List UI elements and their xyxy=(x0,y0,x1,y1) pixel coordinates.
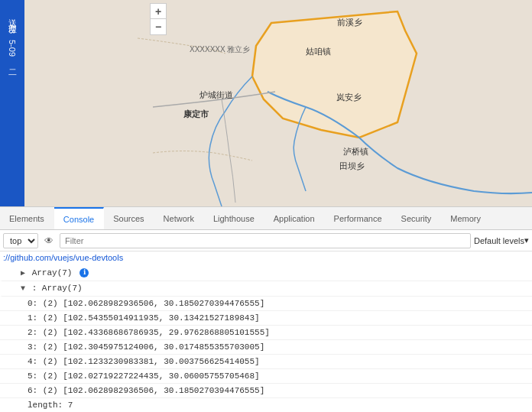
context-selector[interactable]: top xyxy=(3,233,38,248)
vue-devtools-link[interactable]: ://github.com/vuejs/vue-devtools xyxy=(0,251,532,264)
console-line: 2: (2) [102.43368686786935, 29.976286880… xyxy=(0,326,532,340)
expand-arrow-icon: ▼ xyxy=(21,283,25,295)
map-label-lucheng: 炉城街道 xyxy=(200,89,233,101)
console-text: Array(7) xyxy=(32,268,73,277)
tab-console[interactable]: Console xyxy=(54,207,104,230)
tab-bar: Elements Console Sources Network Lightho… xyxy=(0,207,532,230)
console-text: 0: (2) [102.0628982936506, 30.1850270394… xyxy=(28,299,264,308)
console-text: length: 7 xyxy=(28,401,73,410)
map-label-guzan: 姑咱镇 xyxy=(306,46,331,57)
zoom-in-button[interactable]: + xyxy=(151,4,166,19)
svg-marker-0 xyxy=(252,11,417,138)
map-container: 送 理 48 5-09 二 + − 前溪乡 姑咱镇 XXXXXXX 雅立乡 炉城… xyxy=(0,0,532,206)
console-text: 4: (2) [102.1233230983381, 30.0037566254… xyxy=(28,357,260,366)
sidebar-label-3: 48 xyxy=(8,24,17,34)
zoom-controls: + − xyxy=(150,3,167,35)
console-line: 6: (2) [102.0628982936506, 30.1850270394… xyxy=(0,384,532,398)
console-text: 3: (2) [102.3045975124006, 30.0174855355… xyxy=(28,342,264,352)
console-text: 1: (2) [102.54355014911935, 30.134215271… xyxy=(28,313,260,323)
tab-network[interactable]: Network xyxy=(154,207,204,229)
tab-memory[interactable]: Memory xyxy=(441,207,491,229)
console-text: 5: (2) [102.02719227224435, 30.060057557… xyxy=(28,371,260,381)
map-label-kangding: 康定市 xyxy=(183,109,209,120)
console-text: 2: (2) [102.43368686786935, 29.976286880… xyxy=(28,328,270,337)
console-text: 6: (2) [102.0628982936506, 30.1850270394… xyxy=(28,386,264,395)
dropdown-arrow-icon: ▾ xyxy=(524,235,529,245)
zoom-out-button[interactable]: − xyxy=(151,19,166,34)
eye-icon: 👁 xyxy=(44,235,54,246)
filter-input[interactable] xyxy=(60,233,471,248)
tab-performance[interactable]: Performance xyxy=(325,207,392,229)
tab-elements[interactable]: Elements xyxy=(0,207,54,229)
devtools-panel: Elements Console Sources Network Lightho… xyxy=(0,206,532,412)
left-sidebar: 送 理 48 5-09 二 xyxy=(0,0,24,206)
map-label-qianxi: 前溪乡 xyxy=(337,17,362,28)
tab-application[interactable]: Application xyxy=(264,207,325,229)
tab-sources[interactable]: Sources xyxy=(104,207,154,229)
info-icon: ℹ xyxy=(79,268,89,277)
tab-lighthouse[interactable]: Lighthouse xyxy=(204,207,264,229)
console-line: 3: (2) [102.3045975124006, 30.0174855355… xyxy=(0,340,532,355)
map-svg xyxy=(0,0,532,206)
expand-arrow-icon: ▶ xyxy=(21,268,25,280)
levels-dropdown-button[interactable]: Default levels ▾ xyxy=(474,235,529,245)
console-line: length: 7 xyxy=(0,398,532,412)
console-text: : Array(7) xyxy=(32,284,83,293)
levels-label: Default levels xyxy=(474,236,524,245)
console-line: ▼ : Array(7) xyxy=(0,281,532,297)
console-line: 5: (2) [102.02719227224435, 30.060057557… xyxy=(0,369,532,384)
sidebar-label-4: 5-09 xyxy=(8,40,17,57)
console-line: ▶ Array(7) ℹ xyxy=(0,266,532,281)
eye-button[interactable]: 👁 xyxy=(41,233,57,248)
map-label-lanan: 岚安乡 xyxy=(336,92,362,103)
map-label-luqiao: 泸桥镇 xyxy=(343,146,368,157)
map-label-yali: XXXXXXX 雅立乡 xyxy=(190,44,250,55)
console-line: 4: (2) [102.1233230983381, 30.0037566254… xyxy=(0,355,532,369)
console-line: 0: (2) [102.0628982936506, 30.1850270394… xyxy=(0,297,532,311)
console-toolbar: top 👁 Default levels ▾ xyxy=(0,230,532,251)
map-label-tianbao: 田坝乡 xyxy=(339,161,365,172)
console-output: ▶ Array(7) ℹ ▼ : Array(7) 0: (2) [102.06… xyxy=(0,264,532,412)
levels-control: Default levels ▾ xyxy=(474,235,529,245)
console-line: 1: (2) [102.54355014911935, 30.134215271… xyxy=(0,311,532,326)
tab-security[interactable]: Security xyxy=(392,207,442,229)
